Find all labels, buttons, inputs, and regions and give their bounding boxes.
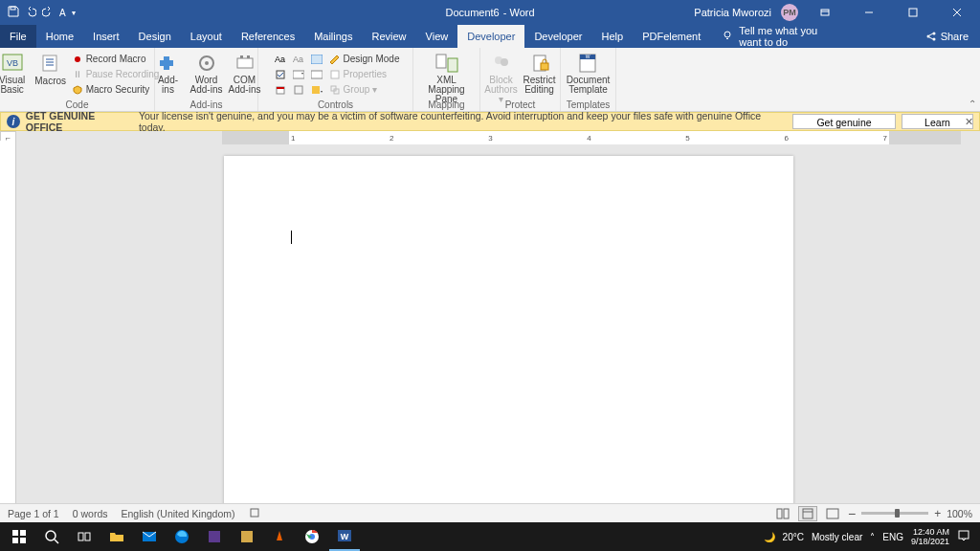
svg-rect-32 [541, 63, 548, 70]
maximize-icon[interactable] [896, 0, 930, 25]
tab-insert[interactable]: Insert [83, 25, 129, 48]
document-template-button[interactable]: WDocument Template [567, 52, 611, 95]
start-button[interactable] [4, 522, 34, 551]
tab-review[interactable]: Review [363, 25, 416, 48]
mail-icon[interactable] [134, 522, 165, 551]
tab-developer-2[interactable]: Developer [524, 25, 591, 48]
weather-desc[interactable]: Mostly clear [812, 532, 862, 542]
checkbox-control-icon[interactable] [272, 67, 289, 81]
properties-button: Properties [329, 67, 400, 81]
collapse-ribbon-icon[interactable]: ⌃ [969, 99, 976, 109]
repeating-control-icon[interactable] [290, 82, 307, 97]
tab-help[interactable]: Help [592, 25, 634, 48]
word-count[interactable]: 0 words [73, 508, 108, 519]
visual-basic-button[interactable]: VBVisual Basic [0, 52, 30, 95]
avatar[interactable]: PM [781, 4, 798, 21]
page[interactable] [224, 156, 793, 514]
macro-recording-icon[interactable] [249, 507, 260, 520]
task-view-icon[interactable] [69, 522, 100, 551]
legacy-tools-icon[interactable] [308, 82, 325, 97]
tab-home[interactable]: Home [36, 25, 83, 48]
language-indicator-taskbar[interactable]: ENG [882, 532, 903, 542]
xml-mapping-button[interactable]: XML Mapping Pane [419, 52, 474, 104]
clock[interactable]: 12:40 AM 9/18/2021 [911, 527, 949, 546]
macro-security-button[interactable]: Macro Security [72, 82, 160, 97]
rich-text-control-icon[interactable]: Aa [272, 52, 289, 66]
weather-temp[interactable]: 20°C [783, 532, 804, 542]
save-icon[interactable] [8, 6, 19, 19]
read-mode-icon[interactable] [773, 506, 792, 521]
svg-text:W: W [341, 532, 349, 541]
learn-more-button[interactable]: Learn more [902, 114, 973, 129]
word-addins-button[interactable]: Word Add-ins [189, 52, 224, 95]
tab-design[interactable]: Design [129, 25, 181, 48]
close-warning-icon[interactable]: ✕ [965, 116, 973, 127]
svg-point-12 [205, 61, 209, 65]
share-icon[interactable]: Share [925, 31, 969, 42]
search-icon[interactable] [36, 522, 67, 551]
web-layout-icon[interactable] [823, 506, 842, 521]
restrict-editing-button[interactable]: Restrict Editing [523, 52, 557, 95]
vlc-icon[interactable] [264, 522, 295, 551]
minimize-icon[interactable] [852, 0, 886, 25]
picture-control-icon[interactable] [308, 52, 325, 66]
document-area[interactable] [16, 144, 980, 514]
svg-rect-47 [85, 533, 90, 540]
dropdown-control-icon[interactable] [308, 67, 325, 81]
tell-me-input[interactable]: Tell me what you want to do [739, 25, 832, 48]
weather-icon[interactable]: 🌙 [764, 532, 775, 542]
get-genuine-office-button[interactable]: Get genuine Office [792, 114, 896, 129]
group-controls: Aa Aa Design Mode Properties Group ▾ Con… [258, 48, 413, 111]
zoom-level[interactable]: 100% [947, 508, 972, 519]
record-macro-button[interactable]: Record Macro [72, 52, 160, 66]
design-mode-button[interactable]: Design Mode [329, 52, 400, 66]
chrome-icon[interactable] [297, 522, 327, 551]
user-name[interactable]: Patricia Mworozi [694, 7, 771, 18]
horizontal-ruler[interactable]: 1 2 3 4 5 6 7 [16, 131, 980, 144]
qat-customize-icon[interactable]: ▾ [72, 9, 76, 17]
svg-rect-19 [311, 71, 323, 78]
group-button: Group ▾ [329, 82, 400, 97]
touch-mode-icon[interactable]: A [59, 8, 66, 18]
addins-button[interactable]: Add- ins [151, 52, 186, 95]
plain-text-control-icon[interactable]: Aa [290, 52, 307, 66]
combobox-control-icon[interactable] [290, 67, 307, 81]
tab-layout[interactable]: Layout [181, 25, 232, 48]
notifications-icon[interactable] [957, 529, 970, 544]
svg-rect-46 [78, 533, 83, 540]
controls-gallery[interactable]: Aa Aa [272, 52, 325, 97]
vertical-ruler[interactable] [0, 141, 16, 514]
app-icon-1[interactable] [199, 522, 230, 551]
tab-file[interactable]: File [0, 25, 36, 48]
page-indicator[interactable]: Page 1 of 1 [8, 508, 59, 519]
word-taskbar-icon[interactable]: W [329, 522, 360, 551]
zoom-in-button[interactable]: + [934, 507, 941, 520]
undo-icon[interactable] [25, 6, 36, 19]
close-icon[interactable] [940, 0, 974, 25]
svg-rect-39 [803, 509, 813, 518]
print-layout-icon[interactable] [798, 506, 817, 521]
svg-rect-27 [436, 55, 446, 68]
tab-pdfelement[interactable]: PDFelement [633, 25, 710, 48]
ribbon: VBVisual Basic Macros Record Macro ⏸Paus… [0, 48, 980, 112]
zoom-out-button[interactable]: − [848, 506, 856, 521]
zoom-slider[interactable] [861, 512, 928, 515]
svg-rect-38 [784, 509, 789, 518]
tab-view[interactable]: View [416, 25, 458, 48]
tab-references[interactable]: References [232, 25, 304, 48]
svg-rect-15 [247, 55, 250, 58]
file-explorer-icon[interactable] [101, 522, 132, 551]
tray-chevron-icon[interactable]: ˄ [870, 532, 875, 542]
redo-icon[interactable] [42, 6, 54, 19]
app-icon-2[interactable] [232, 522, 262, 551]
com-addins-button[interactable]: COM Add-ins [228, 52, 262, 95]
svg-rect-50 [209, 531, 220, 542]
svg-rect-9 [43, 55, 56, 71]
ribbon-display-icon[interactable] [808, 0, 842, 25]
language-indicator[interactable]: English (United Kingdom) [121, 508, 234, 519]
edge-icon[interactable] [167, 522, 197, 551]
tab-mailings[interactable]: Mailings [304, 25, 362, 48]
tab-developer[interactable]: Developer [457, 25, 524, 48]
macros-button[interactable]: Macros [33, 52, 68, 86]
date-control-icon[interactable] [272, 82, 289, 97]
